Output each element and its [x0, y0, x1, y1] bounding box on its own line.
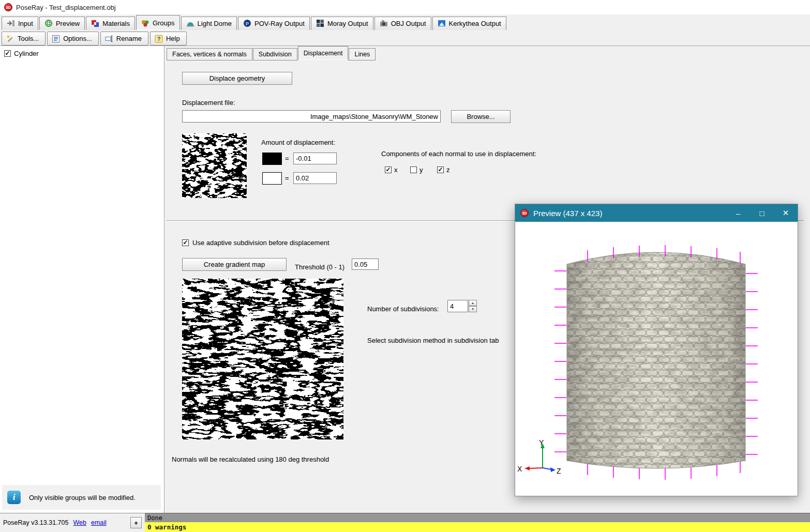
white-level-swatch[interactable] [262, 172, 282, 185]
rename-icon [105, 35, 113, 43]
tab-subdivision[interactable]: Subdivision [253, 48, 297, 60]
tab-materials[interactable]: Materials [86, 17, 135, 30]
tools-button[interactable]: Tools... [2, 32, 46, 45]
tools-icon [6, 35, 14, 43]
subdivision-method-hint: Select subdivision method in subdivision… [367, 337, 499, 344]
threshold-input[interactable] [352, 259, 379, 270]
component-x[interactable]: x [385, 166, 398, 174]
axis-z-label: Z [557, 467, 561, 475]
kerkythea-icon [438, 19, 446, 27]
black-equals-sign: = [285, 155, 289, 162]
toolbar: Tools... Options... Rename ? Help [2, 32, 187, 45]
subdivisions-input[interactable] [447, 300, 468, 312]
preview-logo-icon: 3D [520, 209, 529, 217]
app-logo-icon: 3D [4, 3, 12, 11]
adaptive-subdivision-label: Use adaptive subdivision before displace… [192, 239, 329, 247]
window-title: PoseRay - Test_displacement.obj [16, 4, 116, 11]
component-x-checkbox[interactable] [385, 166, 392, 173]
axis-triad: Y X Z [517, 438, 561, 475]
povray-icon: P [243, 19, 251, 27]
tab-preview[interactable]: Preview [39, 17, 85, 30]
subdivisions-spin-down[interactable]: ▼ [469, 306, 477, 312]
info-strip: Only visible groups will be modified. [2, 485, 161, 510]
tab-lines-label: Lines [354, 51, 370, 58]
tab-povray-output-label: POV-Ray Output [254, 20, 305, 27]
preview-icon [44, 19, 53, 27]
svg-text:P: P [246, 21, 249, 26]
help-button[interactable]: ? Help [150, 32, 187, 45]
cylinder-visibility-checkbox[interactable] [4, 50, 11, 57]
tab-light-dome[interactable]: Light Dome [181, 17, 237, 30]
tab-groups-label: Groups [153, 19, 175, 27]
light-dome-icon [186, 19, 194, 27]
status-done-bar: Done [145, 513, 810, 522]
create-gradient-map-button[interactable]: Create gradient map [182, 258, 287, 271]
displacement-map-thumbnail [182, 133, 247, 198]
maximize-button[interactable]: □ [750, 204, 774, 222]
threshold-label: Threshold (0 - 1) [295, 263, 344, 271]
component-z[interactable]: z [437, 166, 450, 174]
tab-povray-output[interactable]: P POV-Ray Output [238, 17, 310, 30]
component-y-checkbox[interactable] [410, 166, 417, 173]
rename-button[interactable]: Rename [100, 32, 148, 45]
subdivisions-spinner: ▲ ▼ [469, 300, 477, 312]
tab-moray-output[interactable]: Moray Output [311, 17, 373, 30]
group-row-cylinder[interactable]: Cylinder [0, 46, 164, 61]
minimize-button[interactable]: – [726, 204, 750, 222]
axis-x-label: X [517, 465, 522, 473]
info-icon [7, 491, 21, 504]
displacement-file-input[interactable] [182, 110, 441, 123]
black-level-swatch[interactable] [262, 153, 282, 165]
white-equals-sign: = [285, 174, 289, 182]
adaptive-subdivision-checkbox[interactable] [182, 239, 189, 246]
tab-lines[interactable]: Lines [349, 48, 376, 60]
groups-icon [141, 19, 149, 27]
version-text: PoseRay v3.13.31.705 [3, 519, 68, 526]
tab-groups[interactable]: Groups [136, 15, 180, 30]
adaptive-subdivision-row[interactable]: Use adaptive subdivision before displace… [182, 239, 329, 247]
tab-light-dome-label: Light Dome [198, 20, 232, 27]
subdivisions-spin-up[interactable]: ▲ [469, 300, 477, 306]
browse-button[interactable]: Browse... [451, 110, 511, 123]
preview-viewport[interactable]: Y X Z [515, 222, 798, 496]
help-icon: ? [155, 35, 163, 43]
subdivisions-label: Number of subdivisions: [367, 305, 439, 313]
tab-input-label: Input [18, 20, 33, 27]
tab-kerkythea-output[interactable]: Kerkythea Output [432, 17, 506, 30]
groups-list-panel: Cylinder Only visible groups will be mod… [0, 45, 164, 513]
web-link[interactable]: Web [73, 519, 86, 526]
tab-faces-vertices-normals[interactable]: Faces, vertices & normals [167, 48, 252, 60]
options-icon [52, 35, 60, 43]
email-link[interactable]: email [91, 519, 107, 526]
tab-moray-output-label: Moray Output [327, 20, 368, 27]
window-titlebar[interactable]: 3D PoseRay - Test_displacement.obj [0, 0, 810, 14]
options-button-label: Options... [63, 35, 92, 42]
status-left-panel: PoseRay v3.13.31.705 Web email + [0, 513, 145, 532]
moray-icon [316, 19, 324, 27]
tab-obj-output[interactable]: OBJ Output [374, 17, 431, 30]
materials-icon [91, 19, 99, 27]
components-label: Components of each normal to use in disp… [381, 150, 536, 158]
app-logo-text: 3D [6, 6, 11, 9]
component-y[interactable]: y [410, 166, 423, 174]
svg-text:?: ? [157, 36, 161, 42]
cylinder-group-label: Cylinder [14, 50, 39, 57]
black-amount-input[interactable] [293, 153, 337, 164]
close-button[interactable]: ✕ [774, 204, 798, 222]
preview-titlebar[interactable]: 3D Preview (437 x 423) – □ ✕ [515, 204, 798, 222]
component-z-checkbox[interactable] [437, 166, 444, 173]
component-y-label: y [419, 166, 423, 174]
tab-input[interactable]: Input [2, 17, 38, 30]
displace-geometry-button[interactable]: Displace geometry [182, 72, 292, 85]
main-tab-bar: Input Preview Materials Groups Light Dom… [2, 15, 810, 30]
options-button[interactable]: Options... [47, 32, 99, 45]
tab-faces-label: Faces, vertices & normals [172, 51, 247, 58]
obj-icon [380, 19, 388, 27]
warnings-bar: 0 warnings [145, 522, 810, 532]
gradient-map-image [182, 279, 343, 439]
white-amount-input[interactable] [293, 172, 337, 184]
preview-title: Preview (437 x 423) [533, 209, 726, 218]
tab-subdivision-label: Subdivision [259, 51, 292, 58]
tab-displacement[interactable]: Displacement [298, 46, 349, 60]
expand-log-button[interactable]: + [130, 517, 142, 528]
